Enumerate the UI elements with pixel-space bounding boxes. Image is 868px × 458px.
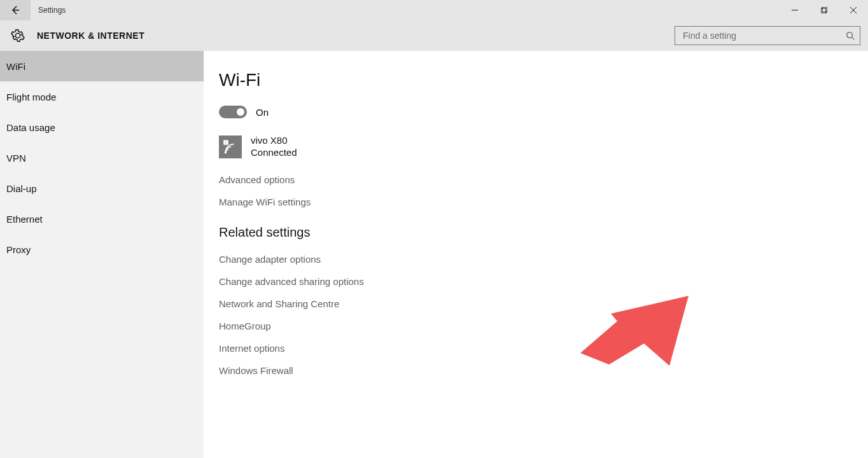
page-heading: Wi-Fi — [219, 70, 853, 90]
category-title: NETWORK & INTERNET — [37, 31, 144, 41]
svg-rect-3 — [822, 7, 827, 12]
link-homegroup[interactable]: HomeGroup — [219, 321, 853, 331]
back-arrow-icon — [10, 5, 20, 15]
window-title: Settings — [31, 0, 66, 20]
maximize-button[interactable] — [809, 0, 839, 20]
sidebar-item-wifi[interactable]: WiFi — [0, 51, 204, 81]
sidebar-item-vpn[interactable]: VPN — [0, 142, 204, 173]
category-bar: NETWORK & INTERNET — [0, 20, 868, 51]
svg-line-7 — [852, 38, 855, 40]
sidebar-item-ethernet[interactable]: Ethernet — [0, 204, 204, 234]
sidebar-item-flight-mode[interactable]: Flight mode — [0, 81, 204, 112]
close-button[interactable] — [839, 0, 868, 20]
back-button[interactable] — [0, 0, 31, 20]
search-input[interactable] — [682, 30, 846, 41]
main-content: Wi-Fi On ! vivo X80 Connected — [204, 51, 868, 458]
sidebar-item-dial-up[interactable]: Dial-up — [0, 173, 204, 204]
sidebar-item-data-usage[interactable]: Data usage — [0, 112, 204, 142]
minimize-icon — [792, 7, 798, 13]
link-change-adapter-options[interactable]: Change adapter options — [219, 254, 853, 265]
svg-rect-2 — [821, 8, 826, 13]
minimize-button[interactable] — [780, 0, 809, 20]
current-network-name: vivo X80 — [251, 135, 297, 147]
link-network-and-sharing-centre[interactable]: Network and Sharing Centre — [219, 298, 853, 309]
current-network-status: Connected — [251, 147, 297, 159]
search-icon — [846, 31, 855, 40]
link-manage-wifi-settings[interactable]: Manage WiFi settings — [219, 197, 853, 207]
current-network[interactable]: ! vivo X80 Connected — [219, 135, 853, 159]
svg-point-6 — [847, 32, 853, 38]
link-windows-firewall[interactable]: Windows Firewall — [219, 365, 853, 376]
link-internet-options[interactable]: Internet options — [219, 343, 853, 354]
wifi-toggle-label: On — [256, 107, 269, 118]
sidebar-item-proxy[interactable]: Proxy — [0, 234, 204, 265]
wifi-signal-icon: ! — [219, 135, 242, 158]
link-advanced-options[interactable]: Advanced options — [219, 174, 853, 185]
settings-gear-icon[interactable] — [8, 25, 28, 46]
search-box[interactable] — [675, 26, 860, 45]
svg-point-10 — [225, 151, 227, 153]
related-settings-heading: Related settings — [219, 225, 853, 240]
wifi-toggle[interactable] — [219, 106, 247, 118]
close-icon — [850, 7, 857, 13]
gear-icon — [11, 29, 25, 43]
title-bar: Settings — [0, 0, 868, 20]
svg-text:!: ! — [225, 140, 227, 144]
sidebar: WiFi Flight mode Data usage VPN Dial-up … — [0, 51, 204, 458]
maximize-icon — [821, 7, 827, 13]
link-change-advanced-sharing-options[interactable]: Change advanced sharing options — [219, 276, 853, 287]
toggle-knob — [237, 108, 244, 116]
